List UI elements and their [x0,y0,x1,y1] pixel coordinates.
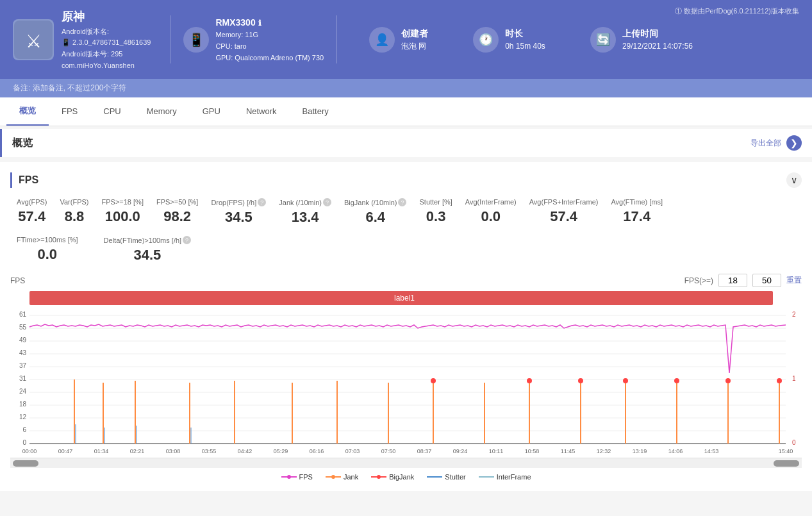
svg-point-79 [287,475,291,479]
svg-text:04:42: 04:42 [238,448,253,454]
legend-stutter: Stutter [427,473,465,481]
tab-fps[interactable]: FPS [49,99,90,125]
fps-panel: FPS ∨ Avg(FPS) 57.4 Var(FPS) 8.8 FPS>=18… [0,162,812,491]
creator-icon: 👤 [369,27,395,53]
creator-details: 创建者 泡泡 网 [401,26,428,53]
stat-ftime-value: 17.4 [623,208,650,225]
stat-jank-value: 13.4 [292,209,319,226]
scrollbar-thumb-right[interactable] [774,460,799,467]
svg-text:11:45: 11:45 [561,448,576,454]
tab-network[interactable]: Network [233,99,290,125]
notes-text: 备注: 添加备注, 不超过200个字符 [13,83,126,92]
duration-value: 0h 15m 40s [505,40,545,53]
duration-icon: 🕐 [473,27,499,53]
svg-text:03:08: 03:08 [166,448,181,454]
stat-ftime-100-label: FTime>=100ms [%] [17,236,78,244]
stat-fps-interframe-label: Avg(FPS+InterFrame) [529,198,599,206]
overview-collapse-button[interactable]: ❯ [786,135,802,151]
svg-text:18: 18 [19,401,27,408]
reset-button[interactable]: 重置 [786,275,802,286]
svg-text:03:55: 03:55 [202,448,217,454]
stat-drop-fps: Drop(FPS) [/h] ? 34.5 [211,198,266,226]
svg-text:55: 55 [19,324,27,331]
divider-1 [0,157,812,162]
fps-min-input[interactable] [718,274,747,287]
tab-memory[interactable]: Memory [134,99,190,125]
chart-scrollbar[interactable] [10,458,802,468]
device-details: RMX3300 ℹ Memory: 11G CPU: taro GPU: Qua… [215,15,324,63]
app-android-version: 📱 2.3.0_4786731_4861639 [62,37,151,49]
svg-text:07:50: 07:50 [381,448,396,454]
svg-point-81 [331,475,335,479]
svg-text:61: 61 [19,311,27,318]
stat-stutter: Stutter [%] 0.3 [419,198,452,225]
stat-var-fps-label: Var(FPS) [60,198,88,206]
stat-avg-fps: Avg(FPS) 57.4 [17,198,47,225]
stat-bigjank-value: 6.4 [365,209,385,226]
svg-text:⚔: ⚔ [26,31,42,51]
help-icon-jank[interactable]: ? [323,198,331,206]
chart-legend: FPS Jank BigJank Stutter InterFrame [10,473,802,481]
stat-avg-fps-label: Avg(FPS) [17,198,47,206]
fps-title-bar [10,172,12,188]
fps-panel-header: FPS ∨ [10,172,802,188]
svg-text:0: 0 [22,439,26,446]
stat-interframe: Avg(InterFrame) 0.0 [465,198,517,225]
help-icon-bigjank[interactable]: ? [398,198,406,206]
app-icon: ⚔ [13,19,54,60]
fps-collapse-button[interactable]: ∨ [786,172,802,188]
stat-ftime: Avg(FTime) [ms] 17.4 [611,198,663,225]
stat-jank-label: Jank (/10min) ? [279,198,331,206]
app-name: 原神 [62,8,151,26]
svg-text:01:34: 01:34 [94,448,109,454]
svg-point-52 [578,378,583,383]
stat-delta-ftime-value: 34.5 [133,247,161,263]
svg-text:10:58: 10:58 [525,448,540,454]
stat-fps-18: FPS>=18 [%] 100.0 [102,198,144,225]
stat-ftime-100: FTime>=100ms [%] 0.0 [17,236,78,263]
device-memory: Memory: 11G [215,29,324,41]
fps-threshold-controls: FPS(>=) 重置 [684,274,802,287]
export-all-button[interactable]: 导出全部 [750,138,781,149]
scrollbar-thumb[interactable] [13,460,38,467]
svg-text:37: 37 [19,362,27,369]
stat-stutter-value: 0.3 [426,208,446,225]
app-info: ⚔ 原神 Android版本名: 📱 2.3.0_4786731_4861639… [13,8,151,71]
svg-text:12: 12 [19,413,27,420]
svg-text:14:06: 14:06 [668,448,683,454]
help-icon-drop[interactable]: ? [258,198,266,206]
creator-value: 泡泡 网 [401,40,428,53]
tab-overview[interactable]: 概览 [6,97,49,126]
stat-fps-interframe-value: 57.4 [550,208,577,225]
legend-bigjank: BigJank [371,473,414,481]
legend-interframe-label: InterFrame [497,473,531,481]
stat-delta-ftime: Delta(FTime)>100ms [/h] ? 34.5 [104,236,192,263]
chart-header: FPS FPS(>=) 重置 [10,274,802,287]
svg-text:08:37: 08:37 [417,448,432,454]
svg-point-56 [777,378,782,383]
tab-cpu[interactable]: CPU [90,99,133,125]
svg-text:09:24: 09:24 [453,448,468,454]
svg-point-51 [527,378,532,383]
fps-max-input[interactable] [752,274,781,287]
upload-time-section: 🔄 上传时间 29/12/2021 14:07:56 [577,26,706,53]
fps-title: FPS [19,174,38,186]
svg-text:02:21: 02:21 [130,448,145,454]
legend-fps: FPS [281,473,313,481]
stat-fps-50-value: 98.2 [163,208,191,225]
legend-jank-label: Jank [344,473,358,481]
tab-gpu[interactable]: GPU [190,99,233,125]
app-package: com.miHoYo.Yuanshen [62,60,151,72]
svg-point-55 [725,378,731,383]
svg-text:15:40: 15:40 [779,448,793,454]
upload-time-icon: 🔄 [590,27,616,53]
legend-bigjank-label: BigJank [389,473,414,481]
svg-text:12:32: 12:32 [597,448,611,454]
help-icon-delta[interactable]: ? [183,236,191,244]
stat-avg-fps-value: 57.4 [18,208,46,225]
upload-time-details: 上传时间 29/12/2021 14:07:56 [622,26,693,53]
stat-ftime-label: Avg(FTime) [ms] [611,198,663,206]
duration-section: 🕐 时长 0h 15m 40s [460,26,558,53]
svg-text:0: 0 [792,439,796,446]
tab-battery[interactable]: Battery [290,99,342,125]
